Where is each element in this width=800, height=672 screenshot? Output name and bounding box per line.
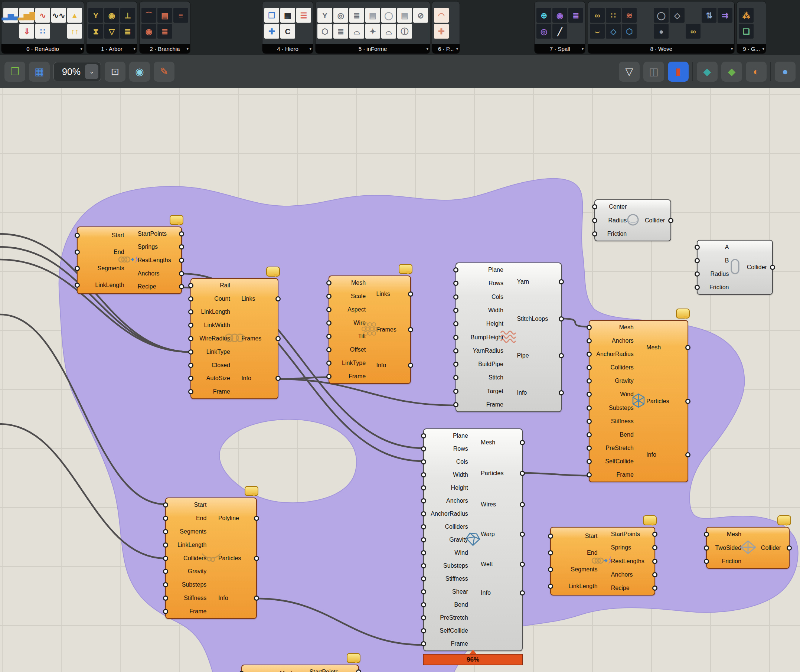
input-port-frame[interactable] [188, 389, 194, 394]
speech-bubble-icon[interactable]: ❏ [739, 24, 754, 38]
output-port-springs[interactable] [652, 545, 658, 550]
ring-o-icon[interactable]: ◯ [381, 8, 396, 22]
output-port-info[interactable] [559, 390, 564, 395]
shaded-bars-icon[interactable]: ▤ [365, 8, 380, 22]
gem-blue-icon[interactable]: ◇ [606, 24, 621, 38]
input-port-stitch[interactable] [453, 375, 458, 380]
input-port-bumpheight[interactable] [453, 335, 458, 340]
input-port-height[interactable] [453, 321, 458, 326]
output-port-polyline[interactable] [254, 516, 259, 521]
input-port-friction[interactable] [592, 231, 597, 237]
input-port-height[interactable] [421, 485, 426, 490]
sliders-icon[interactable]: ≣ [333, 24, 348, 38]
tab-spall[interactable]: 7 · Spall▾ [534, 44, 585, 53]
input-port-scale[interactable] [326, 294, 331, 299]
input-port-cols[interactable] [453, 294, 458, 299]
preview-wireframe-button[interactable]: ◫ [643, 62, 664, 82]
crosshair-icon[interactable]: ⊕ [536, 8, 551, 22]
input-port-linkwidth[interactable] [188, 323, 194, 328]
input-port-count[interactable] [188, 296, 194, 301]
redraw-brush-button[interactable]: ✎ [154, 62, 174, 82]
input-port-wind[interactable] [421, 550, 426, 555]
output-port-info[interactable] [408, 363, 413, 368]
slash-icon[interactable]: ╱ [552, 24, 567, 38]
input-port-gravity[interactable] [587, 378, 592, 384]
save-file-button[interactable]: ▦ [29, 62, 50, 82]
display-blue-sphere-button[interactable]: ● [775, 62, 795, 82]
ring-dot-icon[interactable]: ◉ [141, 24, 156, 38]
zoom-level-dropdown[interactable]: 90%⌄ [53, 62, 101, 81]
stacked-lines-icon[interactable]: ≡ [173, 8, 188, 22]
output-port-recipe[interactable] [652, 586, 658, 591]
tab-branchia[interactable]: 2 · Branchia▾ [139, 44, 190, 53]
input-port-closed[interactable] [188, 363, 194, 368]
note-balloon-icon[interactable] [266, 267, 280, 277]
tab-g[interactable]: 9 · G...▾ [737, 44, 766, 53]
input-port-bend[interactable] [587, 432, 592, 437]
input-port-end[interactable] [548, 550, 553, 555]
input-port-frame[interactable] [453, 402, 458, 407]
input-port-width[interactable] [421, 472, 426, 477]
note-balloon-icon[interactable] [778, 515, 791, 525]
sliders-icon[interactable]: ≣ [120, 24, 135, 38]
tab-expand-arrow-icon[interactable]: ▾ [309, 46, 312, 51]
bars-trend-icon[interactable]: ▂▅▇ [19, 8, 34, 22]
sliders-icon[interactable]: ≣ [568, 8, 583, 22]
tab-expand-arrow-icon[interactable]: ▾ [186, 46, 189, 51]
node-chainmail[interactable]: MeshScaleAspectWireTiltOffsetLinkTypeFra… [328, 275, 411, 384]
tab-expand-arrow-icon[interactable]: ▾ [731, 46, 733, 51]
loops-bolt-icon[interactable]: ∞ [686, 24, 701, 38]
input-port-prestretch[interactable] [421, 615, 426, 621]
open-file-button[interactable]: ❐ [5, 62, 25, 82]
input-port-colliders[interactable] [421, 524, 426, 530]
output-port-springs[interactable] [179, 244, 184, 250]
input-port-gravity[interactable] [421, 537, 426, 542]
note-balloon-icon[interactable] [399, 264, 413, 274]
arrows-bolt-icon[interactable]: ⇉ [718, 8, 733, 22]
ring-dot-icon[interactable]: ◉ [104, 8, 119, 22]
node-canvas[interactable]: StartEndSegmentsLinkLengthStartPointsSpr… [0, 88, 800, 672]
preview-eye-button[interactable]: ◉ [129, 62, 150, 82]
output-port-collider[interactable] [668, 218, 674, 223]
node-capsule-collider[interactable]: ABRadiusFrictionCollider [697, 240, 773, 295]
note-balloon-icon[interactable] [170, 215, 183, 225]
input-port-autosize[interactable] [188, 376, 194, 381]
gem-wire-icon[interactable]: ◇ [670, 8, 685, 22]
output-port-mesh[interactable] [520, 440, 525, 445]
input-port-frame[interactable] [421, 641, 426, 646]
tab-expand-arrow-icon[interactable]: ▾ [426, 46, 429, 51]
sparkle-icon[interactable]: ✦ [365, 24, 380, 38]
note-balloon-icon[interactable] [676, 309, 690, 318]
zoom-extents-button[interactable]: ⊡ [105, 62, 125, 82]
input-port-substeps[interactable] [421, 563, 426, 568]
node-spring-from-curve-bottom[interactable]: StartEndSegmentsLinkLengthStartPointsSpr… [550, 527, 655, 595]
output-port-info[interactable] [520, 590, 525, 595]
input-port-shear[interactable] [421, 589, 426, 594]
input-port-start[interactable] [548, 533, 553, 539]
input-port-linklength[interactable] [163, 542, 168, 548]
output-port-startpoints[interactable] [356, 669, 361, 672]
grid-icon[interactable]: ▦ [280, 8, 295, 22]
output-port-info[interactable] [254, 595, 259, 601]
input-port-offset[interactable] [326, 347, 331, 352]
capsule-icon[interactable]: ◯ [654, 8, 669, 22]
output-port-pipe[interactable] [559, 353, 564, 358]
surface-flow-icon[interactable]: ⌓ [381, 24, 396, 38]
funnel-icon[interactable]: ▽ [104, 24, 119, 38]
node-dots-icon[interactable]: ⁂ [739, 8, 754, 22]
output-port-stitchloops[interactable] [559, 316, 564, 322]
input-port-linklength[interactable] [548, 584, 553, 589]
concentric-rings-icon[interactable]: ◎ [536, 24, 551, 38]
input-port-anchors[interactable] [587, 338, 592, 343]
input-port-end[interactable] [75, 250, 80, 255]
gem-hexagon-icon[interactable]: ⬡ [317, 24, 332, 38]
arc-icon[interactable]: ⌒ [141, 8, 156, 22]
input-port-linktype[interactable] [188, 349, 194, 355]
output-port-frames[interactable] [275, 336, 281, 341]
output-port-warp[interactable] [520, 532, 525, 537]
tab-expand-arrow-icon[interactable]: ▾ [456, 46, 458, 51]
input-port-friction[interactable] [704, 559, 709, 564]
drop-spike-icon[interactable]: ⊥ [120, 8, 135, 22]
input-port-frame[interactable] [326, 374, 331, 379]
node-springs-from-mesh[interactable]: MeshAnchorsAnchorRadiusBendPreStretchSta… [241, 665, 359, 672]
